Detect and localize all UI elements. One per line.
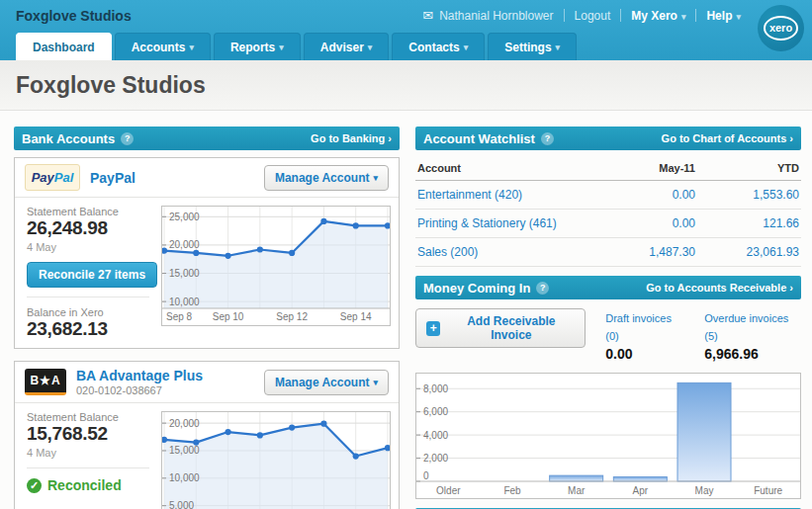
period-value-link[interactable]: 0.00 [673, 188, 695, 202]
my-xero-menu[interactable]: My Xero▾ [631, 9, 685, 23]
watchlist-table: Account May-11 YTD Entertainment (420) 0… [415, 156, 801, 267]
column-ytd: YTD [697, 156, 801, 181]
bank-accounts-header: Bank Accounts ? Go to Banking › [14, 127, 400, 150]
svg-text:6,000: 6,000 [423, 406, 448, 417]
go-to-banking-link[interactable]: Go to Banking › [311, 132, 392, 144]
svg-text:Sep 10: Sep 10 [213, 311, 244, 322]
tab-contacts[interactable]: Contacts▾ [392, 33, 485, 60]
bar-chart: 02,0004,0006,0008,000OlderFebMarAprMayFu… [416, 374, 800, 498]
reconciled-status: ✓Reconciled [27, 477, 161, 493]
svg-text:Older: Older [436, 485, 461, 496]
tab-label: Contacts [408, 41, 459, 54]
tab-label: Accounts [132, 41, 186, 54]
help-label: Help [706, 9, 732, 23]
account-link[interactable]: Entertainment (420) [417, 188, 522, 202]
reconcile-button[interactable]: Reconcile 27 items [27, 262, 157, 288]
svg-text:10,000: 10,000 [169, 472, 200, 483]
manage-account-button[interactable]: Manage Account▾ [264, 165, 389, 191]
tab-label: Adviser [320, 41, 364, 54]
plus-icon: + [426, 321, 440, 336]
money-coming-in-chart: 02,0004,0006,0008,000OlderFebMarAprMayFu… [415, 373, 801, 499]
svg-text:2,000: 2,000 [423, 453, 448, 464]
separator [620, 9, 621, 22]
statement-balance-value: 26,248.98 [27, 217, 161, 239]
tab-accounts[interactable]: Accounts▾ [115, 33, 211, 60]
manage-account-button[interactable]: Manage Account▾ [264, 370, 389, 395]
title-band: Foxglove Studios [0, 60, 812, 111]
tab-dashboard[interactable]: Dashboard [16, 33, 112, 60]
svg-text:Sep 14: Sep 14 [340, 311, 372, 322]
xero-logo-text: xero [764, 16, 798, 41]
help-menu[interactable]: Help▾ [706, 9, 741, 23]
tab-label: Reports [230, 41, 275, 54]
svg-text:15,000: 15,000 [169, 445, 200, 456]
section-title: Bank Accounts [22, 131, 115, 146]
right-column: Account Watchlist ? Go to Chart of Accou… [415, 127, 801, 509]
account-link[interactable]: Sales (200) [417, 245, 478, 259]
section-title: Money Coming In [423, 281, 530, 296]
tab-label: Settings [504, 41, 551, 54]
account-watchlist-header: Account Watchlist ? Go to Chart of Accou… [415, 127, 801, 150]
balance-in-xero-value: 23,682.13 [27, 318, 161, 340]
account-info: Statement Balance 15,768.52 4 May ✓Recon… [15, 403, 161, 509]
account-link[interactable]: Printing & Stationery (461) [417, 216, 557, 230]
overdue-invoices-link[interactable]: Overdue invoices (5) [704, 312, 788, 342]
table-row: Sales (200) 1,487.30 23,061.93 [415, 238, 801, 267]
xero-logo[interactable]: xero [758, 5, 804, 51]
my-xero-label: My Xero [631, 9, 677, 23]
help-icon[interactable]: ? [541, 132, 554, 145]
paypal-logo-text: Pal [54, 170, 74, 185]
org-name: Foxglove Studios [16, 8, 132, 24]
period-value-link[interactable]: 0.00 [673, 216, 695, 230]
button-label: Add Receivable Invoice [447, 314, 575, 342]
help-icon[interactable]: ? [121, 132, 134, 145]
table-header-row: Account May-11 YTD [415, 156, 801, 181]
svg-text:15,000: 15,000 [169, 268, 200, 279]
go-to-chart-of-accounts-link[interactable]: Go to Chart of Accounts › [662, 132, 793, 144]
ytd-value-link[interactable]: 23,061.93 [747, 245, 799, 259]
svg-text:20,000: 20,000 [169, 418, 200, 429]
card-header: PayPal PayPal Manage Account▾ [15, 158, 399, 197]
tab-label: Dashboard [33, 41, 95, 54]
tab-adviser[interactable]: Adviser▾ [304, 33, 390, 60]
tab-settings[interactable]: Settings▾ [488, 33, 577, 60]
go-to-accounts-receivable-link[interactable]: Go to Accounts Receivable › [646, 282, 793, 294]
money-coming-in-header: Money Coming In ? Go to Accounts Receiva… [415, 276, 801, 299]
section-title: Account Watchlist [423, 131, 535, 146]
divider [27, 297, 149, 297]
overdue-invoices-value: 6,966.96 [704, 346, 801, 362]
svg-text:25,000: 25,000 [169, 212, 200, 222]
ytd-value-link[interactable]: 1,553.60 [753, 188, 799, 202]
period-value-link[interactable]: 1,487.30 [649, 245, 695, 259]
account-info: Statement Balance 26,248.98 4 May Reconc… [15, 198, 161, 348]
account-name-link[interactable]: PayPal [90, 170, 135, 186]
draft-invoices-value: 0.00 [605, 346, 684, 362]
account-name-link[interactable]: BA Advantage Plus [76, 368, 203, 383]
svg-text:Future: Future [754, 485, 782, 496]
mail-icon[interactable]: ✉ [422, 8, 433, 23]
svg-text:8,000: 8,000 [423, 383, 448, 394]
svg-text:0: 0 [423, 470, 429, 481]
card-body: Statement Balance 26,248.98 4 May Reconc… [15, 197, 399, 348]
user-menu[interactable]: Nathanial Hornblower [439, 9, 553, 23]
table-row: Entertainment (420) 0.00 1,553.60 [415, 181, 801, 210]
column-account: Account [415, 156, 593, 181]
add-receivable-invoice-button[interactable]: +Add Receivable Invoice [415, 308, 586, 348]
ytd-value-link[interactable]: 121.66 [763, 216, 799, 230]
svg-text:Sep 8: Sep 8 [166, 311, 193, 322]
draft-invoices-link[interactable]: Draft invoices (0) [605, 312, 672, 342]
chevron-down-icon: ▾ [736, 12, 741, 22]
draft-invoices-stat: Draft invoices (0) 0.00 [605, 308, 684, 362]
logout-link[interactable]: Logout [575, 9, 611, 23]
reconciled-label: Reconciled [47, 477, 122, 493]
chevron-down-icon: ▾ [189, 42, 194, 52]
statement-balance-label: Statement Balance [27, 206, 161, 217]
money-coming-in-section: Money Coming In ? Go to Accounts Receiva… [415, 276, 801, 499]
paypal-balance-chart: 10,00015,00020,00025,000Sep 8Sep 10Sep 1… [161, 206, 391, 326]
chevron-down-icon: ▾ [464, 42, 469, 52]
tab-reports[interactable]: Reports▾ [214, 33, 301, 60]
bank-account-card-ba: B★A BA Advantage Plus 020-0102-038667 Ma… [14, 361, 400, 509]
help-icon[interactable]: ? [536, 282, 549, 295]
balance-in-xero-label: Balance in Xero [27, 306, 161, 318]
column-period: May-11 [593, 156, 697, 181]
